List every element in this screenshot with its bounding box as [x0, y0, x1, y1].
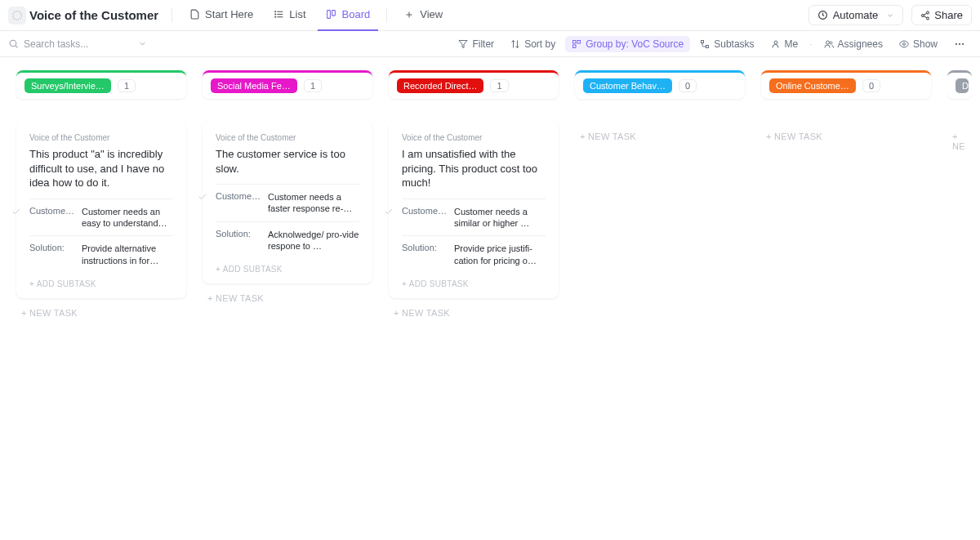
task-card[interactable]: Voice of the CustomerI am unsatisfied wi… — [389, 122, 559, 298]
task-card[interactable]: Voice of the CustomerThe customer servic… — [203, 122, 372, 283]
column-count: 1 — [118, 79, 136, 92]
me-label: Me — [785, 38, 799, 50]
subtasks-button[interactable]: Subtasks — [693, 36, 760, 52]
automate-icon — [817, 10, 828, 20]
column-status-pill: Customer Behav… — [583, 78, 672, 93]
tab-list[interactable]: List — [265, 0, 314, 31]
search-wrap — [8, 38, 147, 50]
tab-start-here[interactable]: Start Here — [180, 0, 261, 31]
column-header[interactable]: Dir — [947, 70, 972, 99]
new-task-button[interactable]: + NEW TASK — [389, 298, 559, 328]
share-icon — [920, 11, 930, 20]
document-icon — [189, 9, 200, 20]
column-header[interactable]: Surveys/Intervie…1 — [16, 70, 186, 99]
group-label: Group by: VoC Source — [586, 38, 684, 50]
new-task-button[interactable]: + NEW TASK — [575, 122, 745, 151]
svg-rect-20 — [573, 40, 577, 43]
filter-label: Filter — [472, 38, 494, 50]
svg-marker-19 — [459, 40, 467, 47]
more-button[interactable] — [947, 36, 972, 52]
share-button[interactable]: Share — [911, 5, 972, 25]
page-title: Voice of the Customer — [29, 8, 158, 22]
group-button[interactable]: Group by: VoC Source — [565, 36, 690, 52]
card-breadcrumb: Voice of the Customer — [29, 133, 173, 142]
svg-rect-22 — [573, 45, 577, 48]
new-task-button[interactable]: + NE — [947, 122, 972, 161]
subtask-row[interactable]: Solution:Provide alternative instruction… — [29, 235, 173, 273]
assignees-button[interactable]: Assignees — [817, 36, 889, 52]
svg-point-27 — [830, 42, 832, 44]
column-header[interactable]: Online Custome…0 — [761, 70, 931, 99]
card-title: I am unsatisfied with the pricing. This … — [402, 147, 546, 190]
board-column: Dir+ NE — [947, 70, 972, 161]
task-card[interactable]: Voice of the CustomerThis product "a" is… — [16, 122, 186, 298]
column-header[interactable]: Social Media Fe…1 — [203, 70, 372, 99]
board-canvas: Surveys/Intervie…1Voice of the CustomerT… — [0, 57, 980, 341]
list-icon — [273, 9, 284, 20]
board-column: Social Media Fe…1Voice of the CustomerTh… — [203, 70, 372, 313]
svg-point-31 — [962, 42, 964, 44]
new-task-button[interactable]: + NEW TASK — [761, 122, 931, 151]
card-title: This product "a" is incredibly difficult… — [29, 147, 173, 190]
check-icon — [11, 207, 23, 216]
column-status-pill: Dir — [956, 78, 969, 93]
subtask-row[interactable]: Solution:Acknolwedge/ pro-vide respone t… — [216, 221, 359, 259]
chevron-down-icon — [886, 11, 894, 20]
tab-add-view[interactable]: View — [395, 0, 451, 31]
group-icon — [572, 39, 581, 49]
new-task-button[interactable]: + NEW TASK — [203, 283, 372, 313]
automate-button[interactable]: Automate — [808, 5, 904, 25]
column-count: 1 — [304, 79, 322, 92]
svg-point-29 — [956, 42, 957, 44]
svg-point-6 — [274, 16, 275, 17]
card-title: The customer service is too slow. — [216, 147, 359, 176]
svg-point-14 — [927, 17, 929, 20]
subtask-field-value: Acknolwedge/ pro-vide respone to … — [268, 229, 359, 252]
card-breadcrumb: Voice of the Customer — [216, 133, 359, 142]
subtask-row[interactable]: Solution:Provide price justifi-cation fo… — [402, 235, 546, 273]
add-subtask-button[interactable]: + ADD SUBTASK — [29, 273, 173, 292]
board-column: Customer Behav…0+ NEW TASK — [575, 70, 745, 151]
new-task-button[interactable]: + NEW TASK — [16, 298, 186, 328]
top-header: Voice of the Customer Start Here List Bo… — [0, 0, 980, 31]
svg-point-0 — [13, 11, 22, 20]
svg-point-5 — [274, 14, 275, 15]
search-icon — [8, 38, 19, 49]
share-label: Share — [934, 9, 963, 21]
board-icon — [326, 9, 337, 20]
add-subtask-button[interactable]: + ADD SUBTASK — [402, 273, 546, 292]
filter-button[interactable]: Filter — [452, 36, 501, 52]
svg-line-18 — [16, 46, 17, 47]
sort-icon — [510, 39, 520, 49]
subtask-field-value: Customer needs a faster response re-… — [268, 191, 359, 215]
add-subtask-button[interactable]: + ADD SUBTASK — [216, 258, 359, 277]
sort-button[interactable]: Sort by — [504, 36, 562, 52]
search-input[interactable] — [24, 38, 130, 50]
board-column: Online Custome…0+ NEW TASK — [761, 70, 931, 151]
svg-point-25 — [774, 41, 777, 44]
column-header[interactable]: Recorded Direct…1 — [389, 70, 559, 99]
column-count: 0 — [679, 79, 697, 92]
subtask-row[interactable]: Customer …Customer needs an easy to unde… — [29, 199, 173, 236]
subtask-field-label: Solution: — [402, 243, 448, 252]
svg-point-4 — [274, 11, 275, 12]
svg-point-17 — [10, 40, 16, 47]
users-icon — [824, 39, 834, 49]
subtask-field-label: Solution: — [216, 229, 261, 239]
tab-label: List — [289, 8, 305, 20]
tab-board[interactable]: Board — [318, 0, 379, 31]
column-header[interactable]: Customer Behav…0 — [575, 70, 745, 99]
show-button[interactable]: Show — [893, 36, 944, 52]
tab-label: View — [420, 8, 443, 20]
subtask-field-value: Provide price justifi-cation for pricing… — [454, 243, 546, 266]
tab-label: Start Here — [205, 8, 253, 20]
column-status-pill: Online Custome… — [769, 78, 856, 93]
eye-icon — [899, 39, 909, 49]
me-button[interactable]: Me — [764, 36, 805, 52]
chevron-down-icon[interactable] — [138, 39, 147, 48]
check-icon — [384, 207, 395, 216]
subtask-row[interactable]: Customer …Customer needs a faster respon… — [216, 184, 359, 221]
svg-line-15 — [924, 13, 927, 15]
svg-point-30 — [959, 42, 960, 44]
subtask-row[interactable]: Customer …Customer needs a similar or hi… — [402, 199, 546, 236]
